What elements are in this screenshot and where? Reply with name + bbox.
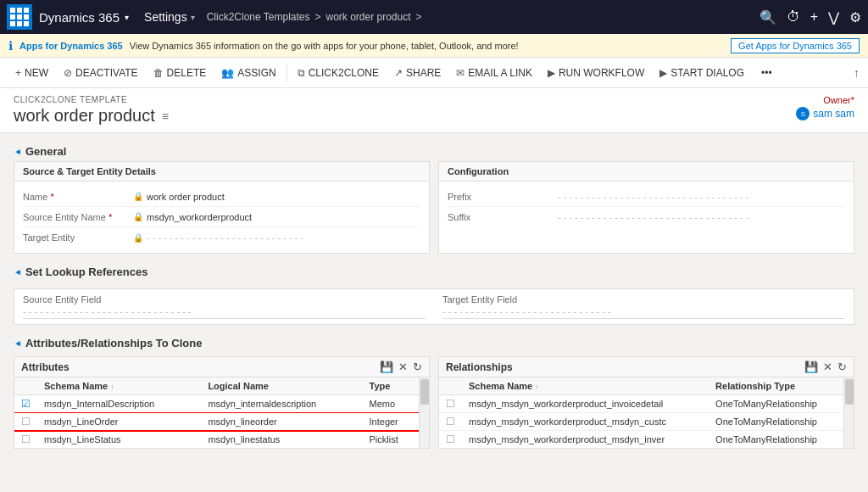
click2clone-icon: ⧉: [298, 67, 305, 79]
general-section-header[interactable]: ◄ General: [14, 140, 854, 161]
relationships-tbody: ☐ msdyn_msdyn_workorderproduct_invoicede…: [439, 395, 843, 449]
attrs-section-header[interactable]: ◄ Attributes/Relationships To Clone: [14, 332, 854, 353]
new-button[interactable]: + NEW: [8, 64, 55, 82]
delete-icon: 🗑: [153, 67, 164, 79]
checkbox-icon[interactable]: ☐: [446, 398, 455, 410]
assign-button[interactable]: 👥 ASSIGN: [214, 64, 282, 82]
top-navigation: Dynamics 365 ▾ Settings ▾ Click2Clone Te…: [0, 0, 868, 34]
checkbox-icon[interactable]: ☐: [446, 416, 455, 428]
info-apps-link[interactable]: Apps for Dynamics 365: [19, 41, 123, 51]
more-commands-button[interactable]: •••: [754, 64, 779, 82]
checkbox-icon[interactable]: ☐: [21, 433, 31, 445]
breadcrumb: Click2Clone Templates > work order produ…: [207, 11, 422, 23]
scroll-up-icon[interactable]: ↑: [854, 66, 860, 80]
table-row[interactable]: ☐ msdyn_LineStatus msdyn_linestatus Pick…: [14, 431, 419, 449]
rel-type: OneToManyRelationship: [709, 431, 843, 449]
rel-col-schema[interactable]: Schema Name ↑: [462, 377, 709, 395]
history-icon[interactable]: ⏱: [787, 9, 800, 25]
relationships-table-header: Relationships 💾 ✕ ↻: [439, 357, 854, 377]
page-title: work order product ≡: [14, 106, 169, 126]
attributes-title: Attributes: [21, 361, 70, 373]
add-icon[interactable]: +: [810, 9, 818, 25]
table-row[interactable]: ☐ msdyn_msdyn_workorderproduct_msdyn_inv…: [439, 431, 843, 449]
click2clone-button[interactable]: ⧉ CLICK2CLONE: [291, 64, 386, 82]
owner-value[interactable]: S sam sam: [796, 107, 854, 120]
waffle-menu[interactable]: [7, 4, 32, 30]
owner-box: Owner S sam sam: [796, 95, 854, 120]
relationships-refresh-icon[interactable]: ↻: [837, 361, 847, 373]
source-entity-value: 🔒 msdyn_workorderproduct: [133, 212, 420, 222]
relationships-title: Relationships: [446, 361, 513, 373]
workflow-icon: ▶: [548, 67, 555, 79]
target-lock-icon: 🔒: [133, 233, 143, 243]
email-link-button[interactable]: ✉ EMAIL A LINK: [449, 64, 539, 82]
start-dialog-button[interactable]: ▶ START DIALOG: [653, 64, 751, 82]
checkbox-icon[interactable]: ☑: [21, 398, 31, 410]
waffle-icon: [10, 8, 29, 26]
attr-logical-name: msdyn_linestatus: [201, 431, 362, 449]
table-row[interactable]: ☐ msdyn_msdyn_workorderproduct_msdyn_cus…: [439, 413, 843, 431]
attributes-save-icon[interactable]: 💾: [380, 361, 393, 373]
nav-icons: 🔍 ⏱ + ⋁ ⚙: [760, 9, 861, 25]
share-button[interactable]: ↗ SHARE: [387, 64, 448, 82]
app-name[interactable]: Dynamics 365 ▾: [39, 10, 129, 25]
owner-avatar: S: [796, 107, 810, 120]
page-label: CLICK2CLONE TEMPLATE: [14, 95, 169, 104]
attr-col-logical[interactable]: Logical Name: [201, 377, 362, 395]
target-entity-field-row: Target Entity 🔒 - - - - - - - - - - - - …: [23, 227, 420, 248]
attr-col-schema[interactable]: Schema Name ↑: [37, 377, 201, 395]
table-row[interactable]: ☐ msdyn_LineOrder msdyn_lineorder Intege…: [14, 413, 419, 431]
relationships-delete-icon[interactable]: ✕: [823, 361, 832, 373]
info-icon: ℹ: [8, 39, 13, 53]
rel-schema-name: msdyn_msdyn_workorderproduct_msdyn_inver: [462, 431, 709, 449]
info-bar: ℹ Apps for Dynamics 365 View Dynamics 36…: [0, 34, 868, 58]
table-row[interactable]: ☐ msdyn_msdyn_workorderproduct_invoicede…: [439, 395, 843, 413]
source-entity-field-label: Source Entity Field: [23, 294, 426, 305]
command-bar: + NEW ⊘ DEACTIVATE 🗑 DELETE 👥 ASSIGN ⧉ C…: [0, 58, 868, 88]
delete-button[interactable]: 🗑 DELETE: [147, 64, 214, 82]
attr-col-type[interactable]: Type: [363, 377, 419, 395]
name-value: 🔒 work order product: [133, 192, 420, 202]
relationships-scrollbar[interactable]: [843, 377, 854, 448]
lookup-section-header[interactable]: ◄ Set Lookup References: [14, 260, 854, 282]
relationships-table-container: Relationships 💾 ✕ ↻ Schema Name ↑ Relati: [438, 356, 854, 449]
attr-type: Integer: [363, 413, 419, 431]
target-dashes: - - - - - - - - - - - - - - - - - - - - …: [147, 232, 303, 243]
rel-col-type[interactable]: Relationship Type: [709, 377, 843, 395]
general-arrow: ◄: [14, 147, 22, 156]
configuration-card-body: Prefix - - - - - - - - - - - - - - - - -…: [439, 182, 854, 232]
run-workflow-button[interactable]: ▶ RUN WORKFLOW: [541, 64, 651, 82]
checkbox-icon[interactable]: ☐: [21, 416, 31, 428]
settings-menu[interactable]: Settings ▾: [136, 10, 203, 24]
attributes-table-header: Attributes 💾 ✕ ↻: [14, 357, 429, 377]
suffix-value: - - - - - - - - - - - - - - - - - - - - …: [558, 212, 845, 222]
relationships-table: Schema Name ↑ Relationship Type ☐ msdyn_…: [439, 377, 843, 448]
title-menu-icon[interactable]: ≡: [162, 109, 169, 123]
deactivate-button[interactable]: ⊘ DEACTIVATE: [57, 64, 145, 82]
get-apps-button[interactable]: Get Apps for Dynamics 365: [731, 38, 860, 53]
search-icon[interactable]: 🔍: [760, 9, 776, 25]
attributes-delete-icon[interactable]: ✕: [398, 361, 408, 373]
general-title: General: [25, 145, 66, 158]
relationships-save-icon[interactable]: 💾: [804, 361, 818, 373]
rel-type: OneToManyRelationship: [709, 395, 843, 413]
source-target-card-header: Source & Target Entity Details: [14, 162, 429, 182]
attributes-refresh-icon[interactable]: ↻: [413, 361, 422, 373]
source-entity-field-value[interactable]: - - - - - - - - - - - - - - - - - - - - …: [23, 306, 426, 319]
source-entity-field-row: Source Entity Name 🔒 msdyn_workorderprod…: [23, 207, 420, 227]
table-row[interactable]: ☑ msdyn_InternalDescription msdyn_intern…: [14, 395, 419, 413]
checkbox-icon[interactable]: ☐: [446, 433, 455, 445]
name-lock-icon: 🔒: [133, 192, 143, 201]
attrs-title: Attributes/Relationships To Clone: [25, 337, 203, 349]
target-entity-field-value[interactable]: - - - - - - - - - - - - - - - - - - - - …: [442, 306, 845, 319]
attributes-scrollbar[interactable]: [419, 377, 429, 448]
breadcrumb-current: work order product: [326, 11, 411, 23]
gear-icon[interactable]: ⚙: [849, 9, 861, 25]
filter-icon[interactable]: ⋁: [828, 9, 839, 25]
configuration-card-header: Configuration: [439, 162, 854, 182]
breadcrumb-templates[interactable]: Click2Clone Templates: [207, 11, 310, 23]
attributes-tbody: ☑ msdyn_InternalDescription msdyn_intern…: [14, 395, 419, 449]
attr-logical-name: msdyn_lineorder: [201, 413, 362, 431]
rel-schema-name: msdyn_msdyn_workorderproduct_invoicedeta…: [462, 395, 709, 413]
new-icon: +: [15, 67, 21, 79]
